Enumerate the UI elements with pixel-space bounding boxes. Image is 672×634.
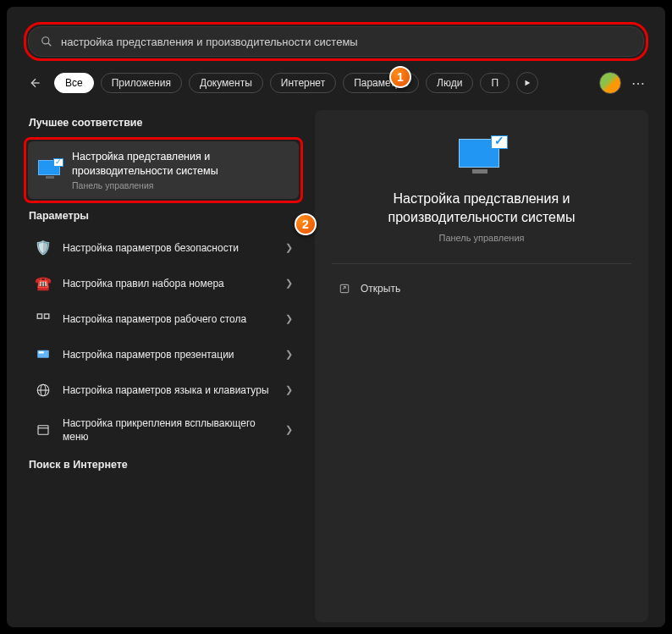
open-label: Открыть: [361, 283, 400, 295]
step-badge-2: 2: [295, 213, 317, 235]
result-title: Настройка прикрепления всплывающего меню: [63, 416, 275, 444]
section-settings: Параметры: [29, 210, 303, 222]
chevron-right-icon: ❯: [285, 349, 293, 360]
open-icon: [339, 283, 350, 295]
best-match-subtitle: Панель управления: [72, 180, 289, 190]
best-match-title: Настройка представления и производительн…: [72, 150, 289, 179]
result-item[interactable]: 🛡️ Настройка параметров безопасности ❯: [24, 230, 303, 266]
search-bar[interactable]: настройка представления и производительн…: [28, 26, 644, 57]
step-badge-1: 1: [389, 66, 411, 88]
result-item[interactable]: Настройка параметров языка и клавиатуры …: [24, 372, 303, 408]
chevron-right-icon: ❯: [285, 242, 293, 253]
chevron-right-icon: ❯: [285, 384, 293, 395]
best-match-highlight: Настройка представления и производительн…: [24, 137, 303, 203]
svg-line-1: [48, 43, 52, 47]
filter-all[interactable]: Все: [54, 73, 94, 93]
results-panel: Лучшее соответствие Настройка представле…: [24, 110, 303, 622]
scroll-right-button[interactable]: [516, 72, 538, 94]
more-menu-button[interactable]: ⋯: [628, 75, 648, 91]
back-button[interactable]: [24, 71, 47, 95]
shield-icon: 🛡️: [34, 239, 52, 257]
detail-panel: Настройка представления и производительн…: [315, 110, 648, 622]
svg-rect-7: [39, 351, 44, 353]
avatar[interactable]: [599, 72, 621, 94]
detail-title: Настройка представления и производительн…: [332, 190, 631, 228]
arrow-left-icon: [29, 76, 42, 90]
filter-apps[interactable]: Приложения: [101, 73, 182, 93]
result-title: Настройка параметров рабочего стола: [63, 312, 275, 326]
svg-rect-6: [37, 350, 49, 358]
result-item[interactable]: Настройка прикрепления всплывающего меню…: [24, 408, 303, 452]
chevron-right-icon: ❯: [285, 278, 293, 289]
search-query-text: настройка представления и производительн…: [61, 36, 358, 48]
svg-marker-3: [526, 80, 531, 86]
svg-rect-4: [37, 314, 41, 318]
filter-row: Все Приложения Документы Интернет Параме…: [24, 71, 648, 95]
filter-people[interactable]: Люди: [426, 73, 473, 93]
best-match-item[interactable]: Настройка представления и производительн…: [28, 141, 299, 199]
play-icon: [523, 79, 532, 87]
result-title: Настройка правил набора номера: [63, 277, 275, 290]
monitor-checkmark-large-icon: [459, 135, 504, 174]
desktop-icon: [34, 310, 52, 328]
result-title: Настройка параметров безопасности: [63, 241, 275, 255]
search-icon: [41, 36, 52, 47]
monitor-checkmark-icon: [38, 158, 62, 182]
open-button[interactable]: Открыть: [332, 278, 631, 300]
result-title: Настройка параметров языка и клавиатуры: [63, 383, 275, 397]
filter-internet[interactable]: Интернет: [270, 73, 336, 93]
section-best-match: Лучшее соответствие: [29, 117, 303, 129]
divider: [332, 263, 631, 264]
filter-more[interactable]: П: [480, 73, 510, 93]
search-bar-highlight: настройка представления и производительн…: [24, 22, 648, 61]
presentation-icon: [34, 345, 52, 364]
result-item[interactable]: Настройка параметров рабочего стола ❯: [24, 301, 303, 337]
chevron-right-icon: ❯: [285, 313, 293, 324]
result-item[interactable]: Настройка параметров презентации ❯: [24, 337, 303, 372]
detail-subtitle: Панель управления: [438, 233, 524, 243]
svg-rect-11: [38, 426, 48, 435]
svg-rect-13: [340, 284, 348, 292]
result-title: Настройка параметров презентации: [63, 348, 275, 361]
section-web: Поиск в Интернете: [29, 459, 303, 471]
filter-docs[interactable]: Документы: [189, 73, 263, 93]
globe-icon: [34, 381, 52, 400]
svg-rect-5: [45, 314, 49, 318]
chevron-right-icon: ❯: [285, 424, 293, 435]
result-item[interactable]: ☎️ Настройка правил набора номера ❯: [24, 266, 303, 301]
phone-icon: ☎️: [34, 274, 52, 293]
svg-point-0: [42, 37, 49, 44]
window-icon: [34, 421, 52, 439]
